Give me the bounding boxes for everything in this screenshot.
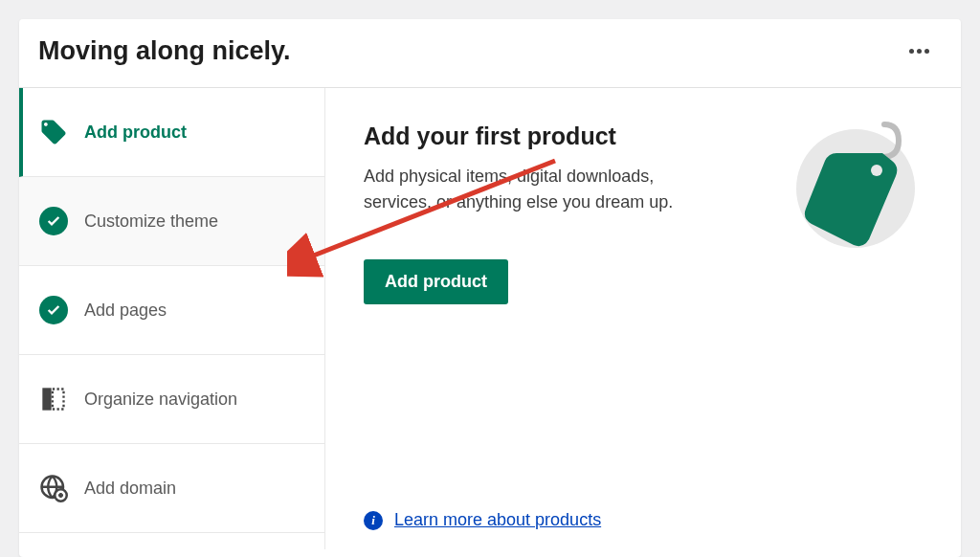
info-icon: i [364, 511, 383, 530]
learn-more-link[interactable]: Learn more about products [394, 510, 601, 530]
card-header: Moving along nicely. [19, 19, 961, 88]
learn-more-row: i Learn more about products [364, 510, 601, 530]
main-description: Add physical items, digital downloads, s… [364, 164, 708, 215]
layout-icon [38, 384, 69, 414]
more-options-icon[interactable] [902, 41, 937, 61]
sidebar-item-add-product[interactable]: Add product [19, 88, 324, 177]
card-body: Add product Customize theme [19, 88, 961, 549]
main-panel: Add your first product Add physical item… [325, 88, 961, 549]
card-title: Moving along nicely. [38, 36, 291, 66]
sidebar-item-label: Add pages [84, 301, 167, 321]
sidebar-item-label: Add product [84, 123, 187, 143]
svg-rect-0 [44, 390, 51, 410]
sidebar-item-label: Customize theme [84, 212, 218, 232]
sidebar-item-organize-navigation[interactable]: Organize navigation [19, 355, 324, 444]
sidebar-item-label: Add domain [84, 479, 176, 499]
svg-rect-1 [53, 390, 64, 410]
hero-illustration [789, 117, 923, 255]
onboarding-card: Moving along nicely. Add product [19, 19, 961, 557]
check-circle-icon [38, 206, 69, 236]
svg-point-5 [871, 165, 882, 176]
sidebar-item-customize-theme[interactable]: Customize theme [19, 177, 324, 266]
check-circle-icon [38, 295, 69, 325]
globe-plus-icon [38, 473, 69, 503]
sidebar-item-label: Organize navigation [84, 390, 237, 410]
add-product-button[interactable]: Add product [364, 259, 508, 304]
tag-icon [38, 117, 69, 147]
sidebar-item-add-pages[interactable]: Add pages [19, 266, 324, 355]
onboarding-steps-sidebar: Add product Customize theme [19, 88, 325, 549]
sidebar-item-add-domain[interactable]: Add domain [19, 444, 324, 533]
